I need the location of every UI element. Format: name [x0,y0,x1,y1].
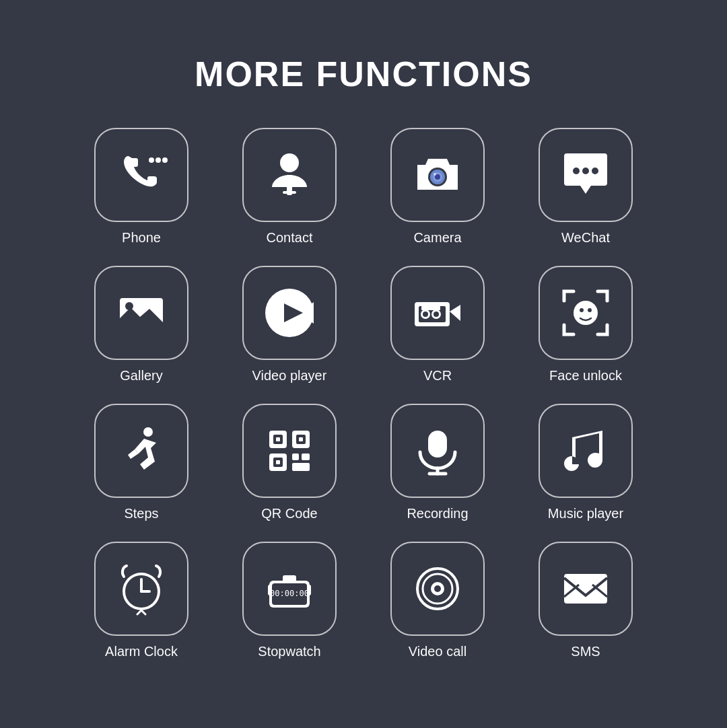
video-player-icon [263,286,316,340]
music-player-icon [559,424,613,478]
svg-point-1 [155,157,161,163]
phone-icon [114,148,168,202]
phone-label: Phone [122,230,161,246]
video-call-label: Video call [409,644,466,659]
app-gallery[interactable]: Gallery [88,266,195,384]
qr-code-label: QR Code [261,506,317,521]
svg-rect-39 [292,453,299,460]
svg-marker-19 [450,305,460,321]
wechat-icon-box [539,128,633,222]
stopwatch-label: Stopwatch [258,644,320,659]
face-unlock-icon [559,286,613,340]
recording-icon-box [390,404,485,498]
video-call-icon [411,562,464,616]
svg-point-2 [162,157,168,163]
svg-point-26 [574,301,598,325]
music-player-label: Music player [548,506,623,521]
app-video-call[interactable]: Video call [384,542,491,659]
app-contact[interactable]: Contact [236,128,343,246]
svg-point-29 [143,427,153,437]
app-alarm-clock[interactable]: Alarm Clock [88,542,195,659]
svg-rect-5 [283,191,296,194]
svg-point-24 [434,312,439,317]
svg-rect-41 [292,463,310,471]
video-call-icon-box [390,542,485,636]
qr-code-icon-box [242,404,337,498]
phone-icon-box [94,128,188,222]
steps-icon [114,424,168,478]
stopwatch-icon: 00:00:00 [263,562,316,616]
vcr-icon-box [390,266,485,360]
contact-icon-box [242,128,337,222]
sms-label: SMS [571,644,600,659]
svg-rect-40 [302,453,310,460]
gallery-icon [114,286,168,340]
stopwatch-icon-box: 00:00:00 [242,542,337,636]
svg-point-61 [434,585,441,592]
app-music-player[interactable]: Music player [532,404,639,521]
svg-rect-35 [299,437,303,441]
music-player-icon-box [539,404,633,498]
svg-point-27 [580,308,584,312]
app-face-unlock[interactable]: Face unlock [532,266,639,384]
recording-icon [411,424,464,478]
sms-icon [559,562,613,616]
contact-label: Contact [267,230,313,246]
face-unlock-icon-box [539,266,633,360]
qr-code-icon [263,424,316,478]
gallery-icon-box [94,266,188,360]
svg-rect-25 [421,306,440,310]
svg-text:00:00:00: 00:00:00 [270,589,309,598]
app-grid: Phone Contact Camera [88,128,639,659]
video-player-label: Video player [252,368,327,384]
sms-icon-box [539,542,633,636]
svg-point-0 [149,157,154,163]
contact-icon [263,148,316,202]
app-video-player[interactable]: Video player [236,266,343,384]
camera-icon-box [390,128,485,222]
svg-point-10 [434,173,436,176]
svg-point-28 [588,308,592,312]
svg-rect-32 [276,437,280,441]
svg-rect-55 [283,575,296,582]
alarm-clock-icon [114,562,168,616]
alarm-clock-label: Alarm Clock [105,644,178,659]
svg-rect-42 [428,431,447,458]
svg-rect-57 [307,585,311,595]
svg-point-23 [423,312,428,317]
svg-rect-62 [564,574,607,604]
wechat-icon [559,148,613,202]
video-player-icon-box [242,266,337,360]
svg-point-3 [280,153,299,172]
vcr-label: VCR [423,368,452,384]
steps-label: Steps [124,506,158,521]
app-recording[interactable]: Recording [384,404,491,521]
page-title: MORE FUNCTIONS [195,54,532,94]
app-qr-code[interactable]: QR Code [236,404,343,521]
svg-rect-38 [276,460,280,464]
app-vcr[interactable]: VCR [384,266,491,384]
app-camera[interactable]: Camera [384,128,491,246]
camera-label: Camera [413,230,461,246]
svg-rect-56 [268,585,272,595]
svg-point-15 [125,302,133,310]
vcr-icon [411,286,464,340]
recording-label: Recording [407,506,468,521]
app-phone[interactable]: Phone [88,128,195,246]
app-sms[interactable]: SMS [532,542,639,659]
wechat-label: WeChat [561,230,610,246]
steps-icon-box [94,404,188,498]
svg-point-13 [592,168,598,174]
app-steps[interactable]: Steps [88,404,195,521]
gallery-label: Gallery [120,368,162,384]
svg-line-50 [141,610,145,614]
camera-icon [411,148,464,202]
app-wechat[interactable]: WeChat [532,128,639,246]
svg-point-11 [573,168,580,174]
app-stopwatch[interactable]: 00:00:00 Stopwatch [236,542,343,659]
alarm-clock-icon-box [94,542,188,636]
face-unlock-label: Face unlock [549,368,622,384]
svg-point-12 [582,168,589,174]
